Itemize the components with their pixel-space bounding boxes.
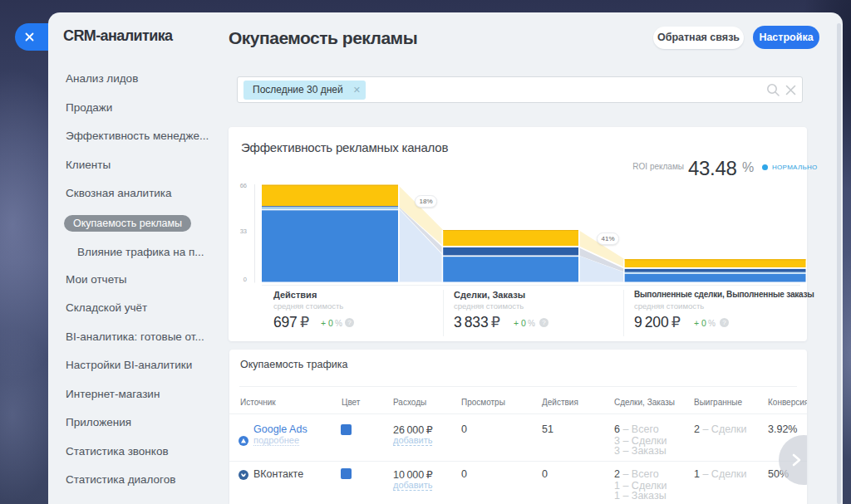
- svg-text:33: 33: [240, 228, 247, 235]
- svg-text:0: 0: [243, 276, 247, 283]
- svg-text:66: 66: [240, 182, 247, 189]
